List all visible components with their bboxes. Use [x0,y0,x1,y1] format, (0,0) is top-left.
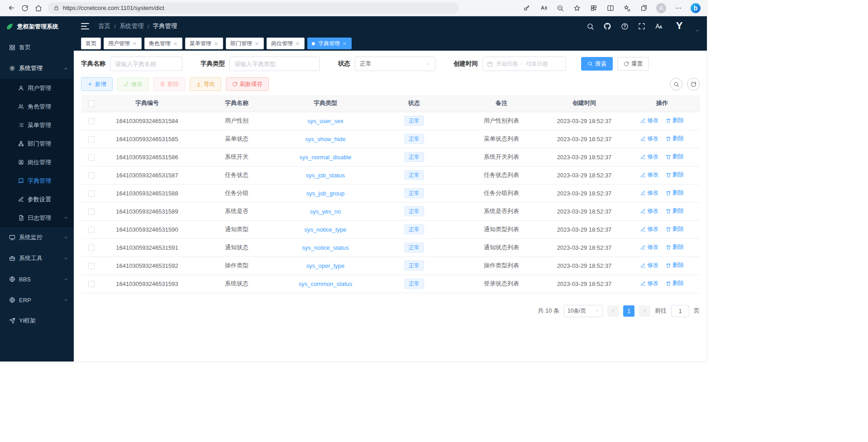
sidebar-item-bbs[interactable]: BBS [0,269,74,290]
row-edit-button[interactable]: 修改 [640,261,658,269]
row-delete-button[interactable]: 删除 [666,117,684,124]
close-icon[interactable] [342,41,347,46]
sidebar-item-menu-management[interactable]: 菜单管理 [0,116,74,134]
dict-name-input[interactable] [110,57,182,71]
dict-type-link[interactable]: sys_yes_no [310,208,341,215]
row-edit-button[interactable]: 修改 [640,135,658,143]
prev-page-button[interactable] [607,305,619,317]
row-checkbox[interactable] [88,209,95,215]
sidebar-item-system-monitor[interactable]: 系统监控 [0,227,74,248]
fullscreen-icon[interactable] [637,22,646,31]
tab-menu-management[interactable]: 菜单管理 [185,38,223,49]
row-edit-button[interactable]: 修改 [640,171,658,179]
refresh-cache-button[interactable]: 刷新缓存 [226,77,269,91]
zoom-out-icon[interactable] [556,4,565,13]
refresh-table-button[interactable] [687,78,700,90]
edit-button[interactable]: 修改 [117,77,149,91]
row-delete-button[interactable]: 删除 [666,243,684,251]
dict-type-link[interactable]: sys_user_sex [307,118,343,124]
dict-type-link[interactable]: sys_notice_type [304,226,346,233]
close-icon[interactable] [132,41,137,46]
date-range-picker[interactable]: 开始日期 - 结束日期 [482,57,566,71]
dict-type-link[interactable]: sys_normal_disable [300,154,352,161]
row-delete-button[interactable]: 删除 [666,207,684,215]
reset-button[interactable]: 重置 [617,57,649,71]
row-checkbox[interactable] [88,154,95,161]
dict-type-link[interactable]: sys_common_status [299,280,353,287]
row-checkbox[interactable] [88,118,95,124]
row-delete-button[interactable]: 删除 [666,225,684,233]
sidebar-item-role-management[interactable]: 角色管理 [0,97,74,116]
row-delete-button[interactable]: 删除 [666,189,684,197]
split-screen-icon[interactable] [606,4,615,13]
search-icon[interactable] [586,22,595,31]
sidebar-item-system-tools[interactable]: 系统工具 [0,248,74,269]
row-edit-button[interactable]: 修改 [640,189,658,197]
close-icon[interactable] [173,41,178,46]
sidebar-item-user-management[interactable]: 用户管理 [0,79,74,97]
row-edit-button[interactable]: 修改 [640,153,658,161]
sidebar-item-dept-management[interactable]: 部门管理 [0,134,74,153]
row-checkbox[interactable] [88,190,95,197]
sidebar-item-yi-framework[interactable]: Yi框架 [0,310,74,331]
row-checkbox[interactable] [88,245,95,251]
add-button[interactable]: 新增 [81,77,113,91]
copilot-icon[interactable]: b [691,3,701,13]
tab-home[interactable]: 首页 [81,38,101,49]
hide-search-button[interactable] [670,78,682,90]
extensions-icon[interactable] [589,4,598,13]
close-icon[interactable] [254,41,259,46]
password-key-icon[interactable] [522,4,531,13]
help-icon[interactable] [620,22,629,31]
dict-type-link[interactable]: sys_notice_status [302,244,348,251]
page-number-current[interactable]: 1 [623,305,634,317]
dict-type-link[interactable]: sys_oper_type [306,262,345,269]
dict-type-link[interactable]: sys_job_group [306,190,345,197]
sidebar-item-erp[interactable]: ERP [0,290,74,310]
collections-icon[interactable] [639,4,649,13]
row-delete-button[interactable]: 删除 [666,153,684,161]
back-button[interactable] [5,2,18,14]
user-avatar-logo[interactable]: Y [672,19,687,33]
breadcrumb-system[interactable]: 系统管理 [119,22,144,30]
dict-type-input[interactable] [229,57,320,71]
row-edit-button[interactable]: 修改 [640,117,658,124]
search-button[interactable]: 搜索 [581,57,613,71]
tab-dept-management[interactable]: 部门管理 [226,38,264,49]
favorites-add-icon[interactable] [572,4,582,13]
row-checkbox[interactable] [88,263,95,269]
row-delete-button[interactable]: 删除 [666,135,684,143]
profile-avatar[interactable] [656,3,666,13]
favorites-bar-icon[interactable] [623,4,632,13]
close-icon[interactable] [214,41,219,46]
github-icon[interactable] [603,22,612,31]
hamburger-icon[interactable] [81,21,91,31]
tab-post-management[interactable]: 岗位管理 [267,38,305,49]
goto-page-input[interactable] [671,305,689,317]
row-checkbox[interactable] [88,172,95,179]
row-delete-button[interactable]: 删除 [666,280,684,287]
dict-type-link[interactable]: sys_show_hide [305,136,346,143]
page-size-select[interactable]: 10条/页 [564,305,603,317]
row-checkbox[interactable] [88,136,95,143]
sidebar-item-home[interactable]: 首页 [0,37,74,58]
delete-button[interactable]: 删除 [153,77,185,91]
row-delete-button[interactable]: 删除 [666,261,684,269]
row-edit-button[interactable]: 修改 [640,207,658,215]
sidebar-item-log-management[interactable]: 日志管理 [0,209,74,227]
breadcrumb-home[interactable]: 首页 [98,22,110,30]
tab-user-management[interactable]: 用户管理 [104,38,142,49]
row-checkbox[interactable] [88,227,95,233]
next-page-button[interactable] [639,305,650,317]
export-button[interactable]: 导出 [190,77,221,91]
read-aloud-icon[interactable] [539,4,548,13]
row-edit-button[interactable]: 修改 [640,243,658,251]
sidebar-item-dict-management[interactable]: 字典管理 [0,171,74,190]
row-edit-button[interactable]: 修改 [640,280,658,287]
row-delete-button[interactable]: 删除 [666,171,684,179]
sidebar-item-param-settings[interactable]: 参数设置 [0,190,74,209]
status-select[interactable]: 正常 [355,57,435,71]
tab-role-management[interactable]: 角色管理 [144,38,182,49]
more-menu-icon[interactable] [674,4,683,13]
tab-dict-management[interactable]: 字典管理 [307,38,352,49]
